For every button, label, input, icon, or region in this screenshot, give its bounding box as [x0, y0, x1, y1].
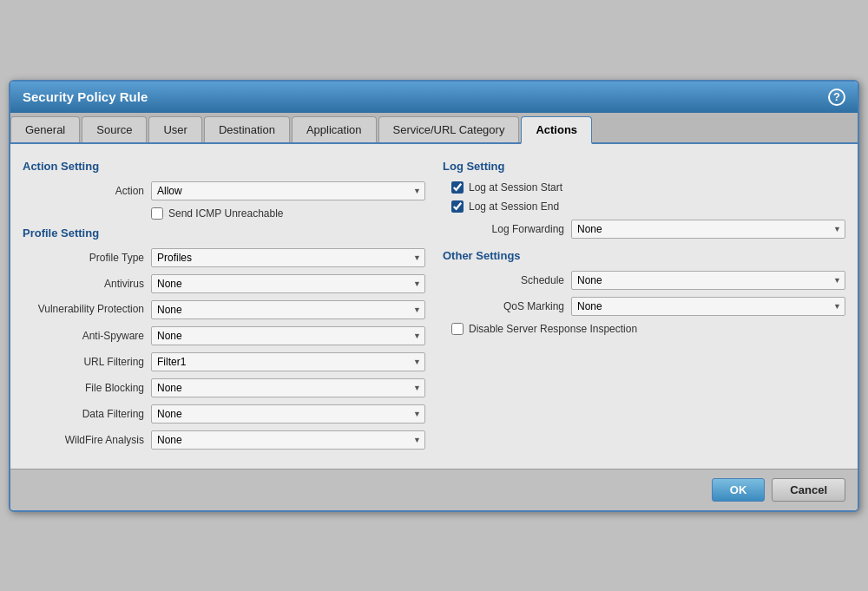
anti-spyware-row: Anti-Spyware None	[23, 326, 425, 345]
log-section: Log Setting Log at Session Start Log at …	[443, 160, 845, 239]
qos-select[interactable]: None	[571, 297, 845, 316]
right-column: Log Setting Log at Session Start Log at …	[443, 156, 845, 456]
anti-spyware-select-wrapper: None	[151, 326, 425, 345]
icmp-row: Send ICMP Unreachable	[151, 207, 425, 220]
content-area: Action Setting Action Allow Deny Drop Se…	[10, 144, 858, 469]
other-settings-title: Other Settings	[443, 249, 845, 262]
wildfire-row: WildFire Analysis None	[23, 430, 425, 450]
action-select[interactable]: Allow Deny Drop	[151, 181, 425, 200]
url-filtering-select[interactable]: Filter1 None	[151, 352, 425, 371]
disable-server-label: Disable Server Response Inspection	[469, 323, 637, 335]
wildfire-label: WildFire Analysis	[23, 434, 144, 446]
qos-label: QoS Marking	[443, 300, 564, 312]
vuln-select-wrapper: None	[151, 300, 425, 319]
qos-select-wrapper: None	[571, 297, 845, 316]
profile-type-row: Profile Type Profiles Group None	[23, 248, 425, 267]
wildfire-select[interactable]: None	[151, 430, 425, 450]
vuln-select[interactable]: None	[151, 300, 425, 319]
schedule-label: Schedule	[443, 274, 564, 286]
file-blocking-label: File Blocking	[23, 382, 144, 394]
data-filtering-label: Data Filtering	[23, 408, 144, 420]
dialog-header: Security Policy Rule ?	[10, 82, 858, 113]
log-forwarding-select-wrapper: None	[571, 220, 845, 239]
data-filtering-row: Data Filtering None	[23, 404, 425, 424]
disable-server-checkbox[interactable]	[451, 323, 464, 335]
log-forwarding-label: Log Forwarding	[443, 223, 564, 235]
data-filtering-select[interactable]: None	[151, 404, 425, 424]
log-session-start-checkbox[interactable]	[451, 181, 464, 194]
file-blocking-select[interactable]: None	[151, 378, 425, 397]
anti-spyware-select[interactable]: None	[151, 326, 425, 345]
wildfire-select-wrapper: None	[151, 430, 425, 450]
log-forwarding-row: Log Forwarding None	[443, 220, 845, 239]
action-label: Action	[23, 185, 144, 197]
log-session-end-row: Log at Session End	[451, 200, 845, 213]
profile-type-select[interactable]: Profiles Group None	[151, 248, 425, 267]
antivirus-select[interactable]: None	[151, 274, 425, 293]
ok-button[interactable]: OK	[712, 478, 766, 502]
dialog-footer: OK Cancel	[10, 469, 858, 510]
tab-actions[interactable]: Actions	[521, 116, 592, 144]
vuln-label: Vulnerability Protection	[23, 303, 144, 317]
action-setting-title: Action Setting	[23, 160, 425, 173]
tab-bar: General Source User Destination Applicat…	[10, 113, 858, 144]
vuln-row: Vulnerability Protection None	[23, 300, 425, 319]
send-icmp-checkbox[interactable]	[151, 207, 163, 220]
antivirus-row: Antivirus None	[23, 274, 425, 293]
file-blocking-row: File Blocking None	[23, 378, 425, 397]
help-icon[interactable]: ?	[828, 89, 845, 106]
tab-user[interactable]: User	[148, 116, 201, 142]
log-setting-title: Log Setting	[443, 160, 845, 173]
schedule-select-wrapper: None	[571, 271, 845, 290]
anti-spyware-label: Anti-Spyware	[23, 330, 144, 342]
profile-type-select-wrapper: Profiles Group None	[151, 248, 425, 267]
log-forwarding-select[interactable]: None	[571, 220, 845, 239]
log-session-start-row: Log at Session Start	[451, 181, 845, 194]
tab-source[interactable]: Source	[82, 116, 147, 142]
data-filtering-select-wrapper: None	[151, 404, 425, 424]
log-session-end-label: Log at Session End	[469, 200, 559, 213]
qos-row: QoS Marking None	[443, 297, 845, 316]
profile-setting-title: Profile Setting	[23, 227, 425, 240]
action-row: Action Allow Deny Drop	[23, 181, 425, 200]
schedule-row: Schedule None	[443, 271, 845, 290]
tab-service-url[interactable]: Service/URL Category	[378, 116, 520, 142]
other-settings-section: Other Settings Schedule None QoS Marking…	[443, 249, 845, 335]
tab-destination[interactable]: Destination	[204, 116, 290, 142]
url-filtering-row: URL Filtering Filter1 None	[23, 352, 425, 371]
profile-type-label: Profile Type	[23, 252, 144, 264]
left-column: Action Setting Action Allow Deny Drop Se…	[23, 156, 425, 456]
antivirus-select-wrapper: None	[151, 274, 425, 293]
url-filtering-label: URL Filtering	[23, 356, 144, 368]
antivirus-label: Antivirus	[23, 278, 144, 290]
log-session-start-label: Log at Session Start	[469, 181, 562, 194]
file-blocking-select-wrapper: None	[151, 378, 425, 397]
disable-server-row: Disable Server Response Inspection	[451, 323, 845, 335]
action-select-wrapper: Allow Deny Drop	[151, 181, 425, 200]
dialog-title: Security Policy Rule	[23, 89, 148, 104]
security-policy-rule-dialog: Security Policy Rule ? General Source Us…	[9, 80, 859, 512]
schedule-select[interactable]: None	[571, 271, 845, 290]
log-session-end-checkbox[interactable]	[451, 200, 464, 213]
tab-general[interactable]: General	[10, 116, 80, 142]
send-icmp-label: Send ICMP Unreachable	[168, 207, 284, 220]
url-filtering-select-wrapper: Filter1 None	[151, 352, 425, 371]
tab-application[interactable]: Application	[292, 116, 377, 142]
cancel-button[interactable]: Cancel	[772, 478, 845, 502]
